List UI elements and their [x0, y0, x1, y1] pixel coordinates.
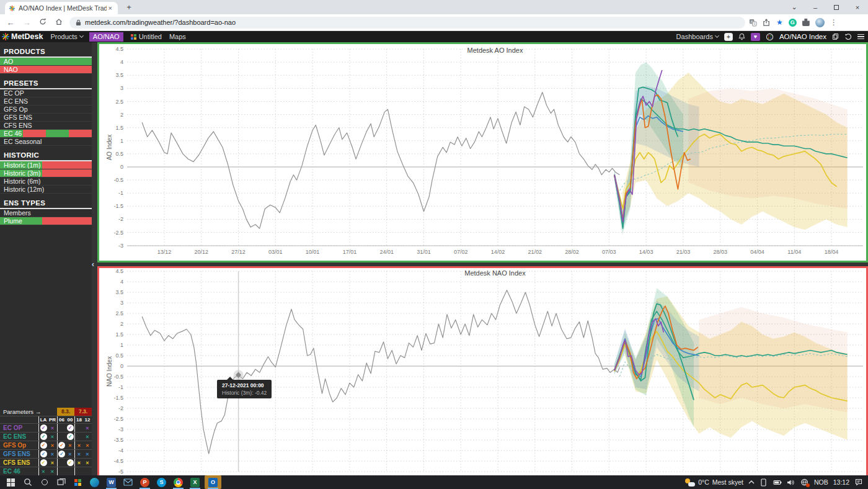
language-indicator[interactable]: NOB — [814, 478, 828, 486]
reload-icon[interactable] — [35, 18, 51, 27]
profile-avatar[interactable] — [815, 18, 825, 27]
back-icon[interactable]: ← — [2, 18, 19, 27]
param-cell[interactable] — [57, 467, 66, 475]
param-cell[interactable] — [74, 467, 83, 475]
extensions-puzzle-icon[interactable] — [802, 19, 810, 26]
sidebar-item-historic-3m[interactable]: Historic (3m) — [0, 169, 92, 177]
param-cell[interactable]: × — [83, 433, 92, 441]
tab-close-icon[interactable]: × — [107, 4, 114, 12]
menu-hamburger-icon[interactable] — [857, 34, 864, 40]
grammarly-extension-icon[interactable]: G — [789, 19, 797, 27]
sidebar-item-ec-ens[interactable]: EC ENS — [0, 97, 92, 105]
param-cell[interactable]: ✓ — [57, 441, 66, 449]
param-cell[interactable]: × — [83, 441, 92, 449]
param-cell[interactable]: ✓ — [66, 433, 74, 441]
taskbar-cortana-icon[interactable] — [36, 475, 53, 489]
param-cell[interactable]: × — [48, 433, 57, 441]
param-cell[interactable]: × — [48, 450, 57, 458]
sidebar-item-gfs-op[interactable]: GFS Op — [0, 105, 92, 114]
ao-nao-chip[interactable]: AO/NAO — [89, 32, 123, 42]
param-cell[interactable] — [57, 424, 66, 432]
maps-menu[interactable]: Maps — [169, 33, 186, 40]
forward-icon[interactable]: → — [19, 18, 35, 27]
param-cell[interactable]: × — [48, 441, 57, 449]
param-cell[interactable]: × — [48, 424, 57, 432]
param-cell[interactable]: × — [38, 467, 48, 475]
add-dashboard-button[interactable]: + — [724, 33, 733, 41]
window-minimize-button[interactable]: – — [805, 4, 826, 11]
undo-icon[interactable] — [844, 33, 852, 40]
taskbar-chrome-icon[interactable] — [170, 475, 187, 489]
window-maximize-button[interactable] — [826, 4, 847, 11]
param-cell[interactable] — [74, 424, 83, 432]
param-cell[interactable]: × — [83, 459, 92, 467]
copy-icon[interactable] — [832, 33, 839, 40]
home-icon[interactable] — [51, 18, 67, 27]
theme-palette-icon[interactable] — [766, 33, 774, 41]
your-phone-icon[interactable] — [760, 478, 768, 487]
battery-icon[interactable] — [773, 478, 782, 487]
taskbar-powerpoint-icon[interactable]: P — [136, 475, 153, 489]
param-cell[interactable]: × — [48, 459, 57, 467]
param-cell[interactable] — [83, 467, 92, 475]
favorites-heart-icon[interactable]: ♥ — [751, 33, 760, 41]
param-cell[interactable]: ✓ — [66, 459, 74, 467]
browser-menu-icon[interactable]: ⋮ — [830, 18, 838, 27]
sidebar-item-plume[interactable]: Plume — [0, 217, 92, 225]
param-cell[interactable]: × — [83, 424, 92, 432]
translate-icon[interactable]: A文 — [749, 19, 757, 27]
sidebar-item-historic-12m[interactable]: Historic (12m) — [0, 186, 92, 194]
sidebar-item-ec-op[interactable]: EC OP — [0, 89, 92, 97]
window-chevron-icon[interactable]: ⌄ — [784, 3, 805, 11]
taskbar-edge-icon[interactable] — [86, 475, 103, 489]
param-cell[interactable]: × — [74, 459, 83, 467]
taskbar-task-view-icon[interactable] — [53, 475, 69, 489]
sidebar-item-historic-1m[interactable]: Historic (1m) — [0, 161, 92, 169]
taskbar-clock[interactable]: 13:12 — [833, 478, 849, 486]
bookmark-star-icon[interactable]: ★ — [776, 18, 783, 27]
taskbar-office-icon[interactable] — [69, 475, 86, 489]
taskbar-start-icon[interactable] — [2, 475, 19, 489]
ao-chart[interactable]: 4.543.532.521.510.50-0.5-1-1.5-2-2.5-313… — [99, 44, 866, 261]
tray-chevron-up-icon[interactable] — [748, 480, 755, 485]
address-bar[interactable]: metdesk.com/tradingweather/?dashboard=ao… — [69, 17, 745, 29]
taskbar-outlook-icon[interactable]: O — [205, 475, 221, 489]
param-cell[interactable]: × — [48, 467, 57, 475]
param-cell[interactable] — [57, 433, 66, 441]
param-cell[interactable]: ✓ — [38, 433, 48, 441]
network-icon[interactable] — [800, 478, 809, 487]
sidebar-item-members[interactable]: Members — [0, 209, 92, 217]
parameters-label[interactable]: Parameters → — [0, 408, 57, 416]
taskbar-mail-icon[interactable] — [120, 475, 136, 489]
products-menu[interactable]: Products — [50, 33, 82, 40]
volume-icon[interactable] — [787, 478, 795, 487]
param-cell[interactable]: ✓ — [38, 424, 48, 432]
action-center-icon[interactable] — [854, 478, 863, 487]
param-cell[interactable]: ✓ — [57, 450, 66, 458]
taskbar-weather[interactable]: 0°C Mest skyet — [685, 478, 743, 487]
sidebar-collapse-button[interactable]: ‹ — [89, 259, 97, 269]
param-cell[interactable]: × — [66, 450, 74, 458]
taskbar-skype-icon[interactable]: S — [153, 475, 170, 489]
sidebar-item-cfs-ens[interactable]: CFS ENS — [0, 122, 92, 130]
param-cell[interactable] — [57, 459, 66, 467]
taskbar-search-icon[interactable] — [19, 475, 36, 489]
param-cell[interactable]: ✓ — [38, 459, 48, 467]
new-tab-button[interactable]: + — [124, 2, 134, 12]
sidebar-item-ec-seasonal[interactable]: EC Seasonal — [0, 138, 92, 146]
notifications-bell-icon[interactable] — [738, 33, 745, 40]
param-cell[interactable]: ✓ — [38, 450, 48, 458]
metdesk-logo[interactable]: MetDesk — [1, 32, 43, 41]
share-icon[interactable] — [763, 19, 771, 27]
param-cell[interactable] — [66, 467, 74, 475]
sidebar-item-gfs-ens[interactable]: GFS ENS — [0, 114, 92, 122]
sidebar-item-historic-6m[interactable]: Historic (6m) — [0, 177, 92, 186]
param-cell[interactable]: ✓ — [66, 424, 74, 432]
param-cell[interactable] — [74, 433, 83, 441]
browser-tab[interactable]: AO/NAO Index | MetDesk Trading × — [5, 2, 118, 14]
window-close-button[interactable]: × — [847, 4, 868, 11]
sidebar-item-ec-46[interactable]: EC 46 — [0, 130, 92, 138]
param-cell[interactable]: × — [66, 441, 74, 449]
nao-chart[interactable]: 4.543.532.521.510.50-0.5-1-1.5-2-2.5-3-3… — [99, 268, 866, 475]
sidebar-item-nao[interactable]: NAO — [0, 66, 92, 74]
